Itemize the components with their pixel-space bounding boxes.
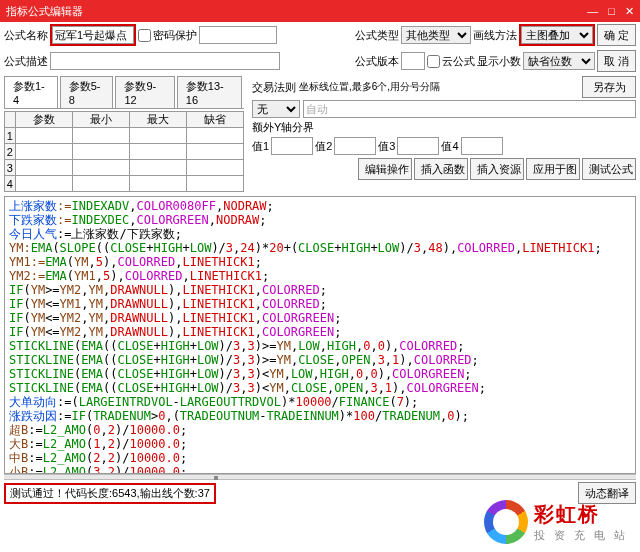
param-tab-2[interactable]: 参数9-12 <box>115 76 174 108</box>
param-cell[interactable] <box>73 129 129 143</box>
formula-desc-label: 公式描述 <box>4 54 48 69</box>
draw-method-select[interactable]: 主图叠加 <box>521 26 593 44</box>
extra-y-label: 额外Y轴分界 <box>252 120 314 135</box>
rule-none-select[interactable]: 无 <box>252 100 300 118</box>
trade-rule-label: 交易法则 <box>252 80 296 95</box>
decimal-select[interactable]: 缺省位数 <box>523 52 595 70</box>
param-cell[interactable] <box>16 177 72 191</box>
param-cell[interactable] <box>73 177 129 191</box>
value-2-input[interactable] <box>334 137 376 155</box>
param-cell[interactable] <box>187 129 243 143</box>
param-cell[interactable] <box>130 129 186 143</box>
应用于图-button[interactable]: 应用于图 <box>526 158 580 180</box>
password-input[interactable] <box>199 26 277 44</box>
插入函数-button[interactable]: 插入函数 <box>414 158 468 180</box>
param-cell[interactable] <box>130 177 186 191</box>
formula-type-select[interactable]: 其他类型 <box>401 26 471 44</box>
cloud-checkbox[interactable] <box>427 55 440 68</box>
password-checkbox[interactable] <box>138 29 151 42</box>
password-label: 密码保护 <box>153 28 197 43</box>
formula-version-input[interactable] <box>401 52 425 70</box>
param-cell[interactable] <box>16 129 72 143</box>
编辑操作-button[interactable]: 编辑操作 <box>358 158 412 180</box>
save-as-button[interactable]: 另存为 <box>582 76 636 98</box>
coord-hint: 坐标线位置,最多6个,用分号分隔 <box>299 80 440 94</box>
param-tab-0[interactable]: 参数1-4 <box>4 76 58 108</box>
formula-desc-input[interactable] <box>50 52 280 70</box>
decimal-label: 显示小数 <box>477 54 521 69</box>
param-cell[interactable] <box>187 177 243 191</box>
cancel-button[interactable]: 取 消 <box>597 50 636 72</box>
param-cell[interactable] <box>73 145 129 159</box>
formula-version-label: 公式版本 <box>355 54 399 69</box>
param-cell[interactable] <box>73 161 129 175</box>
rainbow-logo-icon <box>484 500 528 544</box>
param-cell[interactable] <box>187 145 243 159</box>
value-4-input[interactable] <box>461 137 503 155</box>
auto-input[interactable] <box>303 100 636 118</box>
value-1-input[interactable] <box>271 137 313 155</box>
draw-method-label: 画线方法 <box>473 28 517 43</box>
formula-name-input[interactable] <box>52 26 134 44</box>
formula-name-label: 公式名称 <box>4 28 48 43</box>
param-cell[interactable] <box>187 161 243 175</box>
minimize-icon[interactable]: — <box>587 5 598 18</box>
ok-button[interactable]: 确 定 <box>597 24 636 46</box>
cloud-label: 云公式 <box>442 54 475 69</box>
brand-tagline: 投 资 充 电 站 <box>534 528 628 543</box>
param-cell[interactable] <box>16 161 72 175</box>
status-text: 测试通过！代码长度:6543,输出线个数:37 <box>4 483 216 504</box>
formula-type-label: 公式类型 <box>355 28 399 43</box>
window-title: 指标公式编辑器 <box>6 4 83 19</box>
param-cell[interactable] <box>16 145 72 159</box>
param-cell[interactable] <box>130 161 186 175</box>
value-3-input[interactable] <box>397 137 439 155</box>
测试公式-button[interactable]: 测试公式 <box>582 158 636 180</box>
param-tab-3[interactable]: 参数13-16 <box>177 76 242 108</box>
插入资源-button[interactable]: 插入资源 <box>470 158 524 180</box>
splitter[interactable] <box>4 474 636 480</box>
close-icon[interactable]: ✕ <box>625 5 634 18</box>
param-cell[interactable] <box>130 145 186 159</box>
code-editor[interactable]: 上涨家数:=INDEXADV,COLOR0080FF,NODRAW;下跌家数:=… <box>4 196 636 474</box>
maximize-icon[interactable]: □ <box>608 5 615 18</box>
param-tab-1[interactable]: 参数5-8 <box>60 76 114 108</box>
brand-name: 彩虹桥 <box>534 501 628 528</box>
